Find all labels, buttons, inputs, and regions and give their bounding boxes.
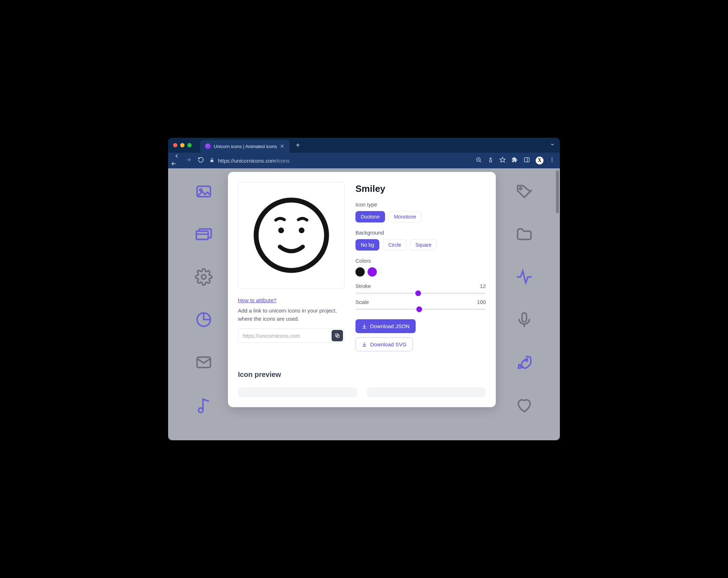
forward-button[interactable] xyxy=(185,157,192,164)
url-text: https://unicornicons.com/icons xyxy=(218,158,290,164)
scrollbar[interactable] xyxy=(556,170,559,213)
icon-detail-card: How to attibute? Add a link to unicorn i… xyxy=(228,172,496,407)
preview-card-1 xyxy=(238,387,357,397)
svg-point-14 xyxy=(200,189,202,191)
bg-option-square[interactable]: Square xyxy=(410,239,437,251)
heart-icon[interactable] xyxy=(515,396,533,414)
controls: Smiley Icon type Duotone Monotone Backgr… xyxy=(355,182,486,351)
page-viewport: How to attibute? Add a link to unicorn i… xyxy=(168,168,560,440)
scale-label: Scale xyxy=(355,299,369,305)
svg-point-25 xyxy=(256,200,327,270)
browser-tab[interactable]: Unicorn icons | Animated icons ✕ xyxy=(200,140,290,153)
download-icon xyxy=(362,324,367,329)
attribution-url-field xyxy=(238,329,345,343)
stroke-slider[interactable] xyxy=(355,293,486,294)
svg-rect-22 xyxy=(522,313,527,322)
close-window-button[interactable] xyxy=(173,143,177,147)
scale-value: 100 xyxy=(477,299,486,305)
scale-slider[interactable] xyxy=(355,309,486,310)
preview-card-2 xyxy=(367,387,486,397)
download-svg-button[interactable]: Download SVG xyxy=(355,337,413,351)
rocket-icon[interactable] xyxy=(515,353,533,371)
activity-icon[interactable] xyxy=(515,268,533,286)
profile-avatar[interactable]: X xyxy=(536,157,544,164)
download-json-button[interactable]: Download JSON xyxy=(355,319,416,333)
preview-section: Icon preview xyxy=(238,371,486,397)
share-icon[interactable] xyxy=(488,157,494,164)
close-tab-icon[interactable]: ✕ xyxy=(280,143,285,149)
stroke-label: Stroke xyxy=(355,283,371,289)
tabs-dropdown-icon[interactable] xyxy=(550,142,555,148)
back-button[interactable] xyxy=(173,153,180,168)
svg-point-21 xyxy=(519,188,521,190)
color-swatches xyxy=(355,267,486,277)
svg-marker-7 xyxy=(500,157,505,162)
download-json-label: Download JSON xyxy=(370,323,410,329)
bg-icons-left xyxy=(182,179,225,440)
folder-icon[interactable] xyxy=(515,225,533,243)
color-swatch-2[interactable] xyxy=(368,267,377,277)
titlebar: Unicorn icons | Animated icons ✕ + xyxy=(168,138,560,153)
colors-label: Colors xyxy=(355,258,486,264)
window-controls xyxy=(173,143,192,147)
icon-name: Smiley xyxy=(355,183,486,194)
svg-point-17 xyxy=(202,275,206,279)
copy-button[interactable] xyxy=(332,330,343,341)
new-tab-button[interactable]: + xyxy=(296,141,300,149)
tag-icon[interactable] xyxy=(515,183,533,200)
icon-type-label: Icon type xyxy=(355,201,486,207)
icon-type-monotone[interactable]: Monotone xyxy=(389,211,421,222)
stroke-slider-thumb[interactable] xyxy=(415,290,421,296)
attribution-url-input[interactable] xyxy=(238,333,332,339)
svg-line-5 xyxy=(480,161,481,162)
mail-icon[interactable] xyxy=(195,353,213,371)
panel-icon[interactable] xyxy=(524,157,530,164)
cards-icon[interactable] xyxy=(195,225,213,243)
svg-point-10 xyxy=(552,158,553,159)
url-bar[interactable]: https://unicornicons.com/icons xyxy=(209,158,470,164)
attribution-text: Add a link to unicorn icons in your proj… xyxy=(238,307,345,323)
smiley-icon xyxy=(250,194,332,276)
gear-icon[interactable] xyxy=(195,268,213,286)
background-label: Background xyxy=(355,230,486,236)
copy-icon xyxy=(334,333,340,338)
download-icon xyxy=(362,342,367,347)
menu-icon[interactable] xyxy=(549,157,555,164)
extensions-icon[interactable] xyxy=(511,157,518,164)
stroke-value: 12 xyxy=(480,283,486,289)
toolbar-right: X xyxy=(475,157,555,164)
url-host: https://unicornicons.com xyxy=(218,158,276,164)
lock-icon xyxy=(209,158,214,164)
download-svg-label: Download SVG xyxy=(370,341,407,347)
svg-rect-15 xyxy=(196,231,208,240)
svg-point-26 xyxy=(278,227,284,233)
attribution-link[interactable]: How to attibute? xyxy=(238,297,345,303)
bg-option-none[interactable]: No bg xyxy=(355,239,379,251)
bg-icons-right xyxy=(503,179,546,440)
svg-rect-8 xyxy=(524,158,529,162)
url-path: /icons xyxy=(276,158,290,164)
zoom-icon[interactable] xyxy=(475,157,482,164)
svg-point-12 xyxy=(552,161,553,162)
svg-point-27 xyxy=(299,227,305,233)
tab-title: Unicorn icons | Animated icons xyxy=(214,144,277,149)
maximize-window-button[interactable] xyxy=(187,143,192,147)
toolbar: https://unicornicons.com/icons X xyxy=(168,153,560,168)
preview-section-title: Icon preview xyxy=(238,371,486,379)
image-icon[interactable] xyxy=(195,183,213,200)
svg-point-11 xyxy=(552,159,553,161)
pie-icon[interactable] xyxy=(195,311,213,329)
svg-rect-3 xyxy=(210,160,213,162)
icon-preview xyxy=(238,182,345,289)
bg-option-circle[interactable]: Circle xyxy=(383,239,406,251)
color-swatch-1[interactable] xyxy=(355,267,365,277)
reload-button[interactable] xyxy=(197,157,204,164)
bookmark-icon[interactable] xyxy=(499,157,506,164)
icon-type-duotone[interactable]: Duotone xyxy=(355,211,385,222)
mic-icon[interactable] xyxy=(515,311,533,329)
minimize-window-button[interactable] xyxy=(180,143,184,147)
favicon-icon xyxy=(205,143,211,149)
scale-slider-thumb[interactable] xyxy=(416,306,422,312)
svg-point-24 xyxy=(525,359,527,361)
music-icon[interactable] xyxy=(195,396,213,414)
